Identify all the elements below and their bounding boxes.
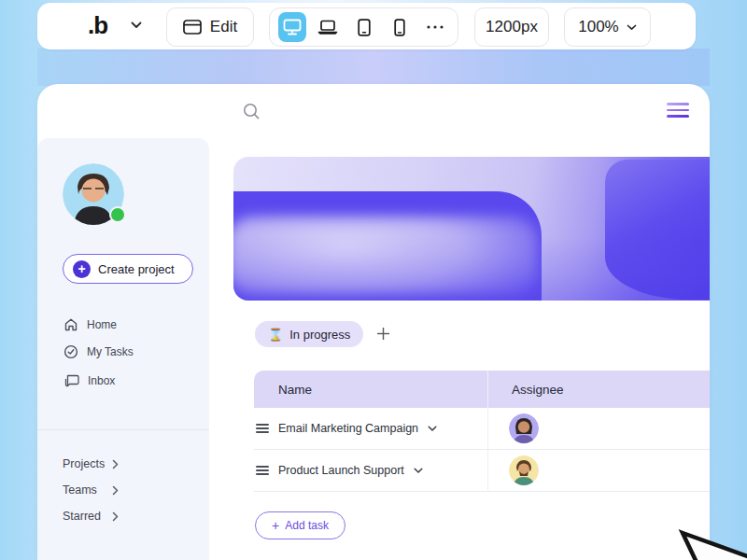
create-project-label: Create project — [98, 262, 175, 276]
drag-handle-icon[interactable] — [256, 466, 269, 475]
sidebar-section-label: Projects — [63, 457, 112, 470]
column-header-name: Name — [254, 383, 487, 397]
zoom-level-value: 100% — [578, 18, 618, 36]
brand-logo[interactable]: .b — [88, 11, 107, 40]
laptop-icon — [317, 20, 338, 35]
laptop-preview-button[interactable] — [314, 12, 342, 42]
sidebar-section-teams[interactable]: Teams — [63, 482, 119, 498]
plus-icon — [376, 327, 390, 341]
app-sidebar: + Create project Home My Tasks Inbox Pro… — [37, 138, 209, 560]
task-name-label: Email Marketing Campaign — [278, 422, 418, 435]
add-task-button[interactable]: + Add task — [255, 511, 345, 539]
chevron-down-icon — [414, 468, 423, 474]
device-preview-group — [269, 7, 458, 47]
sidebar-divider — [37, 429, 209, 430]
task-name[interactable]: Email Marketing Campaign — [278, 422, 437, 435]
inbox-icon — [63, 374, 79, 388]
create-project-button[interactable]: + Create project — [63, 254, 193, 284]
assignee-avatar[interactable] — [509, 413, 539, 443]
viewport-width-value: 1200px — [486, 18, 538, 36]
add-status-button[interactable] — [374, 324, 392, 343]
sidebar-item-label: My Tasks — [87, 345, 134, 358]
browser-window-icon — [183, 20, 202, 35]
sidebar-item-label: Home — [87, 318, 117, 331]
sidebar-item-my-tasks[interactable]: My Tasks — [63, 343, 134, 361]
mobile-icon — [394, 19, 405, 36]
sidebar-item-inbox[interactable]: Inbox — [63, 371, 115, 390]
plus-icon: + — [73, 260, 91, 278]
column-divider — [487, 408, 488, 450]
task-name[interactable]: Product Launch Support — [278, 464, 423, 477]
female-avatar-image — [509, 413, 539, 443]
check-circle-icon — [63, 344, 78, 359]
mobile-preview-button[interactable] — [386, 12, 414, 42]
tablet-preview-button[interactable] — [349, 12, 377, 42]
more-devices-button[interactable] — [421, 12, 449, 42]
sidebar-item-home[interactable]: Home — [63, 315, 117, 334]
task-table: Name Assignee Email Marketing Campaign — [254, 371, 710, 492]
ellipsis-icon — [426, 24, 444, 30]
chevron-right-icon — [112, 485, 119, 496]
edit-button-label: Edit — [210, 18, 237, 36]
add-task-label: Add task — [285, 519, 329, 532]
column-header-assignee: Assignee — [487, 383, 564, 397]
banner-shape — [233, 157, 710, 301]
viewport-width-button[interactable]: 1200px — [474, 7, 549, 47]
assignee-avatar[interactable] — [509, 455, 539, 485]
online-status-dot — [109, 206, 126, 223]
status-chip-in-progress[interactable]: ⌛ In progress — [255, 321, 363, 347]
logo-chevron-down-icon[interactable] — [131, 21, 142, 29]
desktop-icon — [283, 19, 302, 35]
sidebar-section-projects[interactable]: Projects — [63, 455, 119, 472]
status-chip-label: In progress — [289, 328, 350, 342]
sidebar-section-label: Teams — [63, 483, 112, 497]
hourglass-icon: ⌛ — [268, 328, 283, 342]
column-divider — [487, 371, 488, 408]
drag-handle-icon[interactable] — [256, 424, 269, 433]
column-divider — [487, 450, 488, 492]
male-avatar-image — [509, 455, 539, 485]
edit-button[interactable]: Edit — [166, 7, 254, 47]
zoom-level-dropdown[interactable]: 100% — [564, 7, 651, 47]
hamburger-menu-button[interactable] — [667, 100, 689, 120]
plus-icon: + — [272, 518, 279, 533]
site-preview-canvas: + Create project Home My Tasks Inbox Pro… — [37, 84, 710, 560]
task-name-label: Product Launch Support — [278, 464, 404, 477]
search-button[interactable] — [239, 99, 263, 123]
chevron-down-icon — [428, 426, 437, 432]
home-icon — [63, 317, 78, 332]
search-icon — [243, 103, 261, 120]
sidebar-section-label: Starred — [63, 510, 112, 523]
hero-banner-image — [233, 157, 710, 301]
sidebar-item-label: Inbox — [88, 374, 115, 387]
hamburger-line — [667, 109, 689, 112]
hamburger-line — [667, 103, 689, 105]
chevron-right-icon — [112, 459, 119, 469]
desktop-preview-button[interactable] — [278, 12, 306, 42]
hamburger-line — [667, 115, 689, 118]
background-gradient-band — [37, 49, 710, 86]
user-avatar[interactable] — [63, 163, 124, 225]
table-row[interactable]: Product Launch Support — [254, 450, 710, 492]
chevron-right-icon — [112, 511, 119, 522]
table-row[interactable]: Email Marketing Campaign — [254, 408, 710, 450]
builder-toolbar: .b Edit 1200px 100% — [37, 3, 696, 49]
table-header-row: Name Assignee — [254, 371, 710, 408]
sidebar-section-starred[interactable]: Starred — [63, 508, 119, 525]
tablet-icon — [358, 19, 371, 36]
zoom-chevron-down-icon — [627, 24, 637, 31]
